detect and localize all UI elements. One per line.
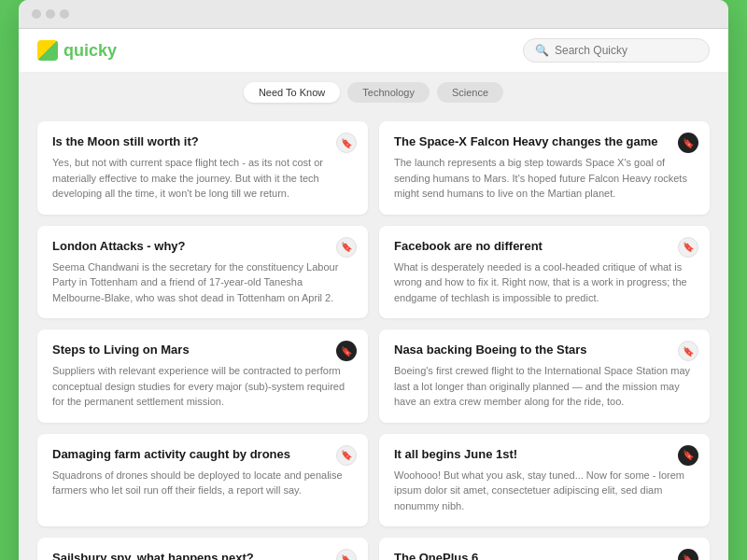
card-item[interactable]: The OnePlus 6🔖 bbox=[379, 538, 710, 560]
card-body: Yes, but not with current space flight t… bbox=[52, 155, 353, 202]
card-badge[interactable]: 🔖 bbox=[678, 549, 698, 560]
bookmark-icon: 🔖 bbox=[341, 138, 352, 148]
tab-technology[interactable]: Technology bbox=[347, 82, 430, 103]
search-input[interactable] bbox=[555, 44, 698, 57]
card-title: Steps to Living on Mars bbox=[52, 343, 353, 357]
card-title: Sailsbury spy, what happens next? bbox=[52, 551, 353, 560]
card-item[interactable]: Is the Moon still worth it?Yes, but not … bbox=[37, 121, 368, 215]
browser-dot-red bbox=[32, 9, 41, 19]
bookmark-icon: 🔖 bbox=[341, 554, 352, 561]
card-body: The launch represents a big step towards… bbox=[394, 155, 695, 202]
card-badge[interactable]: 🔖 bbox=[678, 133, 698, 153]
card-body: What is desperately needed is a cool-hea… bbox=[394, 259, 695, 306]
tab-need-to-know[interactable]: Need To Know bbox=[244, 82, 340, 103]
card-badge[interactable]: 🔖 bbox=[336, 133, 357, 153]
card-body: Boeing's first crewed flight to the Inte… bbox=[394, 363, 695, 410]
search-icon: 🔍 bbox=[535, 44, 549, 57]
card-title: Nasa backing Boeing to the Stars bbox=[394, 343, 695, 357]
logo-icon bbox=[37, 40, 58, 61]
card-title: The Space-X Falcon Heavy changes the gam… bbox=[394, 134, 695, 148]
card-badge[interactable]: 🔖 bbox=[678, 237, 698, 258]
card-item[interactable]: The Space-X Falcon Heavy changes the gam… bbox=[379, 121, 710, 215]
card-body: Woohooo! But what you ask, stay tuned...… bbox=[394, 468, 695, 514]
tab-science[interactable]: Science bbox=[437, 82, 503, 103]
card-badge[interactable]: 🔖 bbox=[336, 341, 357, 361]
card-title: Facebook are no different bbox=[394, 239, 695, 253]
search-bar[interactable]: 🔍 bbox=[523, 38, 710, 63]
tabs-row: Need To Know Technology Science bbox=[19, 73, 728, 112]
browser-dot-green bbox=[60, 9, 69, 19]
card-item[interactable]: Nasa backing Boeing to the StarsBoeing's… bbox=[379, 329, 710, 423]
logo-wordmark: quicky bbox=[63, 41, 117, 60]
logo-text: quicky bbox=[63, 41, 117, 61]
card-item[interactable]: Facebook are no differentWhat is despera… bbox=[379, 226, 710, 319]
card-title: London Attacks - why? bbox=[52, 239, 353, 253]
browser-dot-yellow bbox=[46, 9, 55, 19]
content-grid: Is the Moon still worth it?Yes, but not … bbox=[19, 112, 728, 560]
logo: quicky bbox=[37, 40, 117, 61]
card-item[interactable]: Sailsbury spy, what happens next?🔖 bbox=[37, 538, 368, 560]
bookmark-icon: 🔖 bbox=[341, 346, 352, 357]
card-item[interactable]: Damaging farm activity caught by dronesS… bbox=[37, 434, 368, 527]
bookmark-icon: 🔖 bbox=[683, 450, 694, 460]
card-body: Seema Chandwani is the secretary for the… bbox=[52, 259, 353, 306]
bookmark-icon: 🔖 bbox=[683, 554, 694, 561]
card-title: Damaging farm activity caught by drones bbox=[52, 447, 353, 461]
card-title: Is the Moon still worth it? bbox=[52, 134, 353, 148]
card-body: Suppliers with relevant experience will … bbox=[52, 363, 353, 410]
card-title: It all begins June 1st! bbox=[394, 447, 695, 461]
browser-dots bbox=[32, 9, 69, 19]
card-badge[interactable]: 🔖 bbox=[336, 445, 357, 466]
card-item[interactable]: Steps to Living on MarsSuppliers with re… bbox=[37, 329, 368, 423]
card-body: Squadrons of drones should be deployed t… bbox=[52, 468, 353, 498]
bookmark-icon: 🔖 bbox=[683, 346, 694, 357]
card-item[interactable]: London Attacks - why?Seema Chandwani is … bbox=[37, 226, 368, 319]
card-title: The OnePlus 6 bbox=[394, 551, 695, 560]
bookmark-icon: 🔖 bbox=[683, 138, 694, 148]
browser-window: quicky 🔍 Need To Know Technology Science… bbox=[19, 0, 728, 560]
card-badge[interactable]: 🔖 bbox=[678, 445, 698, 466]
bookmark-icon: 🔖 bbox=[341, 450, 352, 460]
card-badge[interactable]: 🔖 bbox=[336, 237, 357, 258]
card-badge[interactable]: 🔖 bbox=[336, 549, 357, 560]
card-item[interactable]: It all begins June 1st!Woohooo! But what… bbox=[379, 434, 710, 527]
bookmark-icon: 🔖 bbox=[683, 242, 694, 252]
nav-bar: quicky 🔍 bbox=[19, 29, 728, 73]
bookmark-icon: 🔖 bbox=[341, 242, 352, 252]
card-badge[interactable]: 🔖 bbox=[678, 341, 698, 361]
browser-bar bbox=[19, 0, 728, 29]
